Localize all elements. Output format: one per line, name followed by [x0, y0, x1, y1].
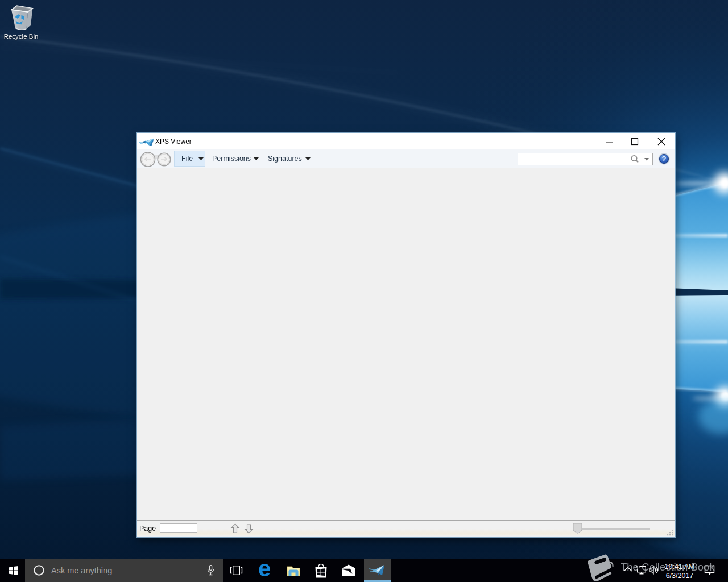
svg-text:e: e [258, 556, 271, 581]
svg-text:?: ? [662, 155, 667, 163]
